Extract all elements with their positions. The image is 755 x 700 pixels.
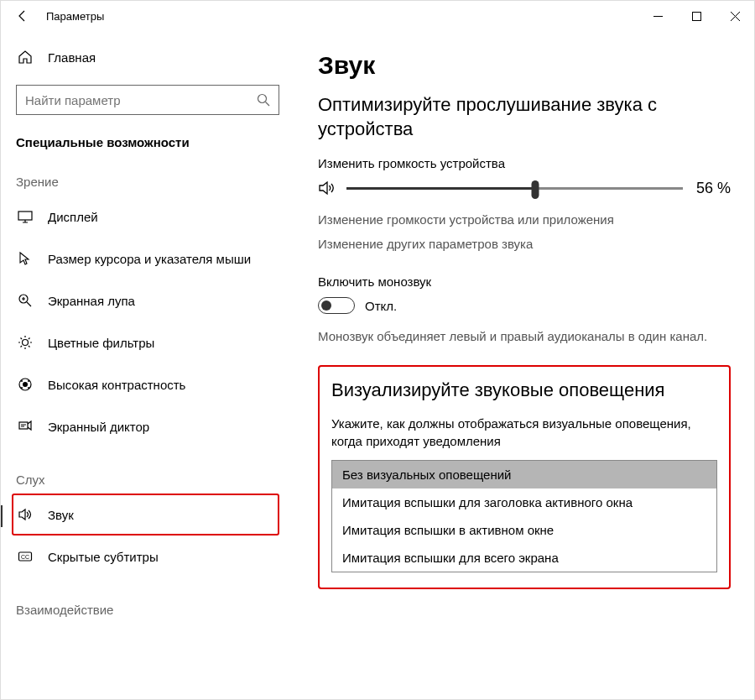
- svg-point-1: [258, 95, 267, 103]
- back-button[interactable]: [13, 6, 33, 26]
- nav-label: Размер курсора и указателя мыши: [48, 252, 251, 266]
- nav-color-filters[interactable]: Цветные фильтры: [16, 321, 279, 363]
- maximize-button[interactable]: [677, 3, 716, 29]
- titlebar: Параметры: [1, 1, 754, 31]
- nav-label: Скрытые субтитры: [48, 550, 159, 564]
- section-vision: Зрение Дисплей Размер курсора и указател…: [16, 175, 279, 447]
- main-panel: Звук Оптимизируйте прослушивание звука с…: [294, 31, 754, 699]
- settings-window: Параметры Главная Спе: [0, 0, 755, 700]
- magnifier-icon: [16, 293, 34, 308]
- home-nav[interactable]: Главная: [16, 39, 279, 75]
- visual-description: Укажите, как должны отображаться визуаль…: [331, 415, 717, 450]
- svg-rect-11: [19, 422, 28, 429]
- window-title: Параметры: [46, 10, 104, 23]
- svg-point-10: [28, 387, 29, 389]
- nav-display[interactable]: Дисплей: [16, 196, 279, 238]
- close-button[interactable]: [716, 3, 754, 29]
- visual-heading: Визуализируйте звуковые оповещения: [331, 379, 717, 403]
- nav-high-contrast[interactable]: Высокая контрастность: [16, 363, 279, 405]
- nav-label: Экранная лупа: [48, 294, 135, 308]
- brightness-icon: [16, 335, 34, 350]
- section-hearing: Слух Звук CC Скрытые субтитры: [16, 473, 279, 577]
- link-app-volume[interactable]: Изменение громкости устройства или прило…: [318, 212, 731, 227]
- volume-row: 56 %: [318, 179, 731, 197]
- speaker-icon: [318, 179, 338, 197]
- nav-magnifier[interactable]: Экранная лупа: [16, 279, 279, 321]
- nav-captions[interactable]: CC Скрытые субтитры: [16, 535, 279, 577]
- optimize-heading: Оптимизируйте прослушивание звука с устр…: [318, 93, 731, 141]
- mono-toggle[interactable]: [318, 297, 355, 314]
- mono-toggle-row: Откл.: [318, 297, 731, 314]
- toggle-state: Откл.: [365, 299, 397, 313]
- toggle-knob: [321, 300, 331, 311]
- volume-slider[interactable]: [346, 187, 683, 190]
- sidebar: Главная Специальные возможности Зрение Д…: [1, 31, 294, 699]
- nav-cursor[interactable]: Размер курсора и указателя мыши: [16, 238, 279, 279]
- section-header-vision: Зрение: [16, 175, 279, 189]
- search-input[interactable]: [25, 93, 257, 107]
- narrator-icon: [16, 419, 34, 434]
- link-other-sound[interactable]: Изменение других параметров звука: [318, 237, 731, 251]
- home-label: Главная: [48, 50, 96, 65]
- svg-point-8: [28, 380, 29, 382]
- nav-narrator[interactable]: Экранный диктор: [16, 405, 279, 447]
- dropdown-option[interactable]: Имитация вспышки для всего экрана: [332, 544, 716, 572]
- mono-label: Включить монозвук: [318, 274, 731, 289]
- section-header-interaction: Взаимодействие: [16, 603, 279, 617]
- nav-label: Цветные фильтры: [48, 336, 154, 350]
- search-box[interactable]: [16, 85, 279, 115]
- captions-icon: CC: [16, 549, 34, 564]
- nav-label: Экранный диктор: [48, 420, 149, 434]
- content-area: Главная Специальные возможности Зрение Д…: [1, 31, 754, 699]
- cursor-icon: [16, 251, 34, 266]
- slider-fill: [346, 187, 535, 190]
- svg-point-7: [21, 380, 23, 382]
- svg-point-4: [23, 340, 29, 346]
- visual-alerts-box: Визуализируйте звуковые оповещения Укажи…: [318, 365, 731, 589]
- dropdown-option[interactable]: Имитация вспышки для заголовка активного…: [332, 488, 716, 516]
- nav-label: Звук: [48, 508, 74, 522]
- home-icon: [16, 50, 34, 65]
- dropdown-option[interactable]: Имитация вспышки в активном окне: [332, 516, 716, 544]
- svg-point-6: [23, 382, 28, 387]
- display-icon: [16, 209, 34, 224]
- volume-value: 56 %: [696, 180, 731, 197]
- dropdown-option[interactable]: Без визуальных оповещений: [332, 461, 716, 488]
- minimize-button[interactable]: [638, 3, 677, 29]
- svg-rect-2: [18, 212, 32, 220]
- svg-text:CC: CC: [21, 554, 29, 560]
- nav-sound[interactable]: Звук: [12, 494, 279, 535]
- nav-label: Высокая контрастность: [48, 378, 185, 392]
- page-title: Звук: [318, 51, 731, 80]
- contrast-icon: [16, 377, 34, 392]
- mono-description: Монозвук объединяет левый и правый аудио…: [318, 327, 731, 345]
- section-interaction: Взаимодействие: [16, 603, 279, 617]
- search-icon: [257, 93, 270, 107]
- slider-thumb[interactable]: [531, 180, 539, 199]
- sound-icon: [16, 507, 34, 522]
- svg-rect-0: [692, 12, 700, 20]
- nav-label: Дисплей: [48, 210, 98, 224]
- category-title: Специальные возможности: [16, 135, 279, 149]
- svg-point-9: [21, 387, 23, 389]
- visual-alert-dropdown[interactable]: Без визуальных оповещений Имитация вспыш…: [331, 460, 717, 572]
- section-header-hearing: Слух: [16, 473, 279, 487]
- volume-label: Изменить громкость устройства: [318, 156, 731, 170]
